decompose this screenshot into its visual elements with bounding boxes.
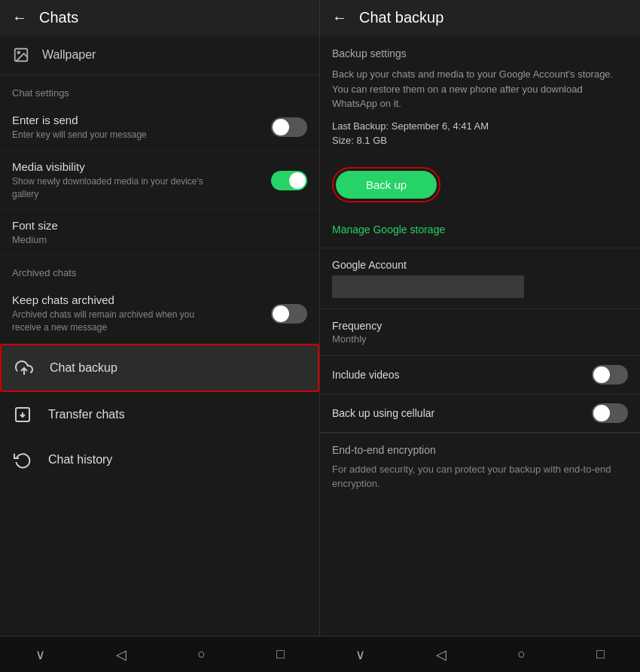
bottom-nav-left: ∨ ◁ ○ □ — [0, 637, 320, 672]
chat-backup-item[interactable]: Chat backup — [0, 344, 319, 392]
media-visibility-toggle[interactable] — [271, 171, 307, 190]
bottom-nav: ∨ ◁ ○ □ ∨ ◁ ○ □ — [0, 636, 640, 672]
google-account-section[interactable]: Google Account — [320, 248, 640, 309]
frequency-value: Monthly — [332, 333, 628, 345]
transfer-chats-label: Transfer chats — [48, 408, 125, 421]
right-header: ← Chat backup — [320, 0, 640, 35]
nav-back-left[interactable]: ◁ — [116, 646, 126, 663]
nav-recent-left[interactable]: □ — [276, 646, 285, 662]
backup-cellular-item[interactable]: Back up using cellular — [320, 394, 640, 433]
chat-settings-label: Chat settings — [0, 75, 319, 105]
enter-is-send-subtitle: Enter key will send your message — [12, 129, 147, 141]
media-visibility-subtitle: Show newly downloaded media in your devi… — [12, 175, 215, 201]
backup-size-info: Size: 8.1 GB — [332, 135, 628, 146]
frequency-item[interactable]: Frequency Monthly — [320, 309, 640, 356]
archived-chats-label: Archived chats — [0, 255, 319, 284]
enter-is-send-toggle[interactable] — [271, 117, 307, 137]
font-size-item[interactable]: Font size Medium — [0, 210, 319, 255]
wallpaper-label: Wallpaper — [42, 48, 96, 62]
font-size-value: Medium — [12, 234, 307, 245]
media-visibility-title: Media visibility — [12, 160, 215, 173]
include-videos-toggle[interactable] — [592, 365, 628, 385]
backup-cellular-toggle[interactable] — [592, 403, 628, 423]
transfer-chats-icon — [12, 404, 33, 425]
e2e-section: End-to-end encryption For added security… — [320, 433, 640, 502]
right-panel: ← Chat backup Backup settings Back up yo… — [320, 0, 640, 636]
left-back-arrow[interactable]: ← — [12, 9, 27, 26]
nav-home-left[interactable]: ○ — [197, 646, 206, 662]
backup-button-wrapper: Back up — [332, 167, 440, 202]
right-back-arrow[interactable]: ← — [332, 9, 347, 26]
backup-settings-section: Backup settings Back up your chats and m… — [320, 35, 640, 248]
enter-is-send-item[interactable]: Enter is send Enter key will send your m… — [0, 105, 319, 151]
backup-description: Back up your chats and media to your Goo… — [332, 67, 628, 111]
nav-home-right[interactable]: ○ — [517, 646, 526, 662]
manage-storage-link[interactable]: Manage Google storage — [332, 223, 628, 236]
include-videos-item[interactable]: Include videos — [320, 356, 640, 394]
wallpaper-item[interactable]: Wallpaper — [0, 35, 319, 75]
left-header: ← Chats — [0, 0, 319, 35]
left-panel: ← Chats Wallpaper Chat settings — [0, 0, 320, 636]
google-account-box — [332, 275, 524, 298]
keep-chats-archived-toggle[interactable] — [271, 304, 307, 324]
chat-backup-icon — [14, 357, 35, 379]
font-size-title: Font size — [12, 219, 307, 232]
media-visibility-item[interactable]: Media visibility Show newly downloaded m… — [0, 151, 319, 211]
bottom-nav-right: ∨ ◁ ○ □ — [320, 637, 640, 672]
svg-point-1 — [17, 51, 20, 53]
keep-chats-archived-item[interactable]: Keep chats archived Archived chats will … — [0, 284, 319, 344]
chat-backup-label: Chat backup — [50, 361, 117, 375]
last-backup-info: Last Backup: September 6, 4:41 AM — [332, 120, 628, 132]
backup-cellular-label: Back up using cellular — [332, 407, 434, 419]
backup-section-title: Backup settings — [332, 47, 628, 59]
right-title: Chat backup — [359, 9, 443, 26]
enter-is-send-title: Enter is send — [12, 114, 147, 126]
left-scroll: Wallpaper Chat settings Enter is send En… — [0, 35, 319, 636]
nav-dropdown-left[interactable]: ∨ — [35, 646, 45, 663]
wallpaper-icon — [12, 46, 30, 64]
chat-history-label: Chat history — [48, 453, 112, 467]
e2e-description: For added security, you can protect your… — [332, 462, 628, 491]
chat-history-icon — [12, 449, 33, 470]
e2e-title: End-to-end encryption — [332, 444, 628, 456]
chat-history-item[interactable]: Chat history — [0, 437, 319, 482]
google-account-label: Google Account — [332, 259, 628, 271]
right-scroll: Backup settings Back up your chats and m… — [320, 35, 640, 636]
left-title: Chats — [39, 9, 78, 26]
keep-chats-archived-title: Keep chats archived — [12, 293, 215, 306]
nav-back-right[interactable]: ◁ — [436, 646, 446, 663]
transfer-chats-item[interactable]: Transfer chats — [0, 392, 319, 437]
backup-button[interactable]: Back up — [336, 171, 437, 199]
keep-chats-archived-subtitle: Archived chats will remain archived when… — [12, 309, 215, 334]
nav-dropdown-right[interactable]: ∨ — [355, 646, 365, 663]
frequency-label: Frequency — [332, 320, 628, 332]
nav-recent-right[interactable]: □ — [596, 646, 605, 662]
include-videos-label: Include videos — [332, 369, 400, 381]
